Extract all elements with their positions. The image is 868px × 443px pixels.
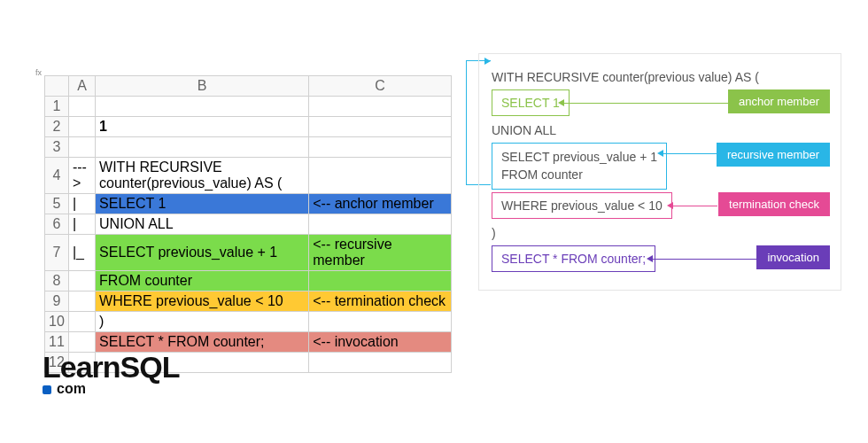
row-header: 5 (45, 194, 69, 214)
cell-pipe: | (68, 194, 95, 214)
invocation-label: invocation (756, 245, 830, 269)
cell-pipe: |_ (68, 235, 95, 271)
arrow-icon (657, 150, 663, 157)
table-row: 10 ) (45, 312, 452, 332)
recursive-label: recursive member (717, 143, 830, 167)
arrow-line (673, 206, 717, 206)
cell (68, 97, 95, 117)
cell-sql: WITH RECURSIVE counter(previous_value) A… (96, 158, 309, 194)
cell (68, 137, 95, 158)
col-header-b: B (96, 76, 309, 97)
cell-arrow: ---> (68, 158, 95, 194)
cell-note: <-- invocation (309, 332, 452, 353)
table-row: 2 1 (45, 117, 452, 137)
cell-note: <-- recursive member (309, 235, 452, 271)
cell (309, 137, 452, 158)
termination-box: WHERE previous_value < 10 (492, 192, 672, 219)
col-header-a: A (68, 76, 95, 97)
row-header: 3 (45, 137, 69, 158)
cell-sql-from: FROM counter (96, 271, 309, 291)
cell-note: <-- termination check (309, 291, 452, 312)
cell (309, 97, 452, 117)
arrow-icon (647, 255, 653, 262)
table-row: 1 (45, 97, 452, 117)
invocation-box: SELECT * FROM counter; (492, 245, 655, 272)
table-row: 7 |_ SELECT previous_value + 1 <-- recur… (45, 235, 452, 271)
cell-sql-anchor: SELECT 1 (96, 194, 309, 214)
cell (68, 312, 95, 332)
cell-value-one: 1 (96, 117, 309, 137)
cell-sql-union: UNION ALL (96, 214, 309, 235)
learnsql-logo: LearnSQL com (43, 350, 179, 397)
cell (309, 353, 452, 373)
row-header: 8 (45, 271, 69, 291)
close-paren-line: ) (492, 226, 828, 240)
row-header: 1 (45, 97, 69, 117)
table-row: 5 | SELECT 1 <-- anchor member (45, 194, 452, 214)
row-header: 4 (45, 158, 69, 194)
cell (68, 271, 95, 291)
cell-sql-close: ) (96, 312, 309, 332)
table-row: 4 ---> WITH RECURSIVE counter(previous_v… (45, 158, 452, 194)
arrow-icon (558, 99, 564, 106)
table-row: 8 FROM counter (45, 271, 452, 291)
recursive-box-line1: SELECT previous_value + 1 (501, 150, 657, 164)
recursive-box: SELECT previous_value + 1 FROM counter (492, 143, 667, 190)
termination-label: termination check (718, 192, 830, 216)
arrow-line (653, 259, 757, 260)
table-row: 3 (45, 137, 452, 158)
row-header: 7 (45, 235, 69, 271)
cell-pipe: | (68, 214, 95, 235)
arrow-line (663, 153, 717, 154)
cell (68, 291, 95, 312)
logo-sub-label: com (57, 381, 86, 396)
row-header: 2 (45, 117, 69, 137)
table-row: 9 WHERE previous_value < 10 <-- terminat… (45, 291, 452, 312)
recursive-box-line2: FROM counter (501, 167, 583, 182)
logo-main-text: LearnSQL (43, 350, 179, 385)
spreadsheet-view: fx A B C 1 2 1 3 4 ---> WITH (44, 75, 452, 373)
anchor-label: anchor member (728, 89, 830, 113)
sql-diagram: WITH RECURSIVE counter(previous value) A… (478, 53, 841, 291)
cell (96, 137, 309, 158)
cell-note: <-- anchor member (309, 194, 452, 214)
cell (309, 312, 452, 332)
row-header: 10 (45, 312, 69, 332)
arrow-icon (667, 202, 673, 209)
with-recursive-line: WITH RECURSIVE counter(previous value) A… (492, 70, 828, 84)
cell (309, 158, 452, 194)
cell (309, 117, 452, 137)
logo-dot-icon (43, 385, 51, 394)
corner-cell (45, 76, 69, 97)
union-all-line: UNION ALL (492, 123, 828, 137)
spreadsheet-grid: A B C 1 2 1 3 4 ---> WITH RECURSIVE coun… (44, 75, 452, 373)
cell (96, 97, 309, 117)
cell (309, 214, 452, 235)
row-header: 6 (45, 214, 69, 235)
table-row: 6 | UNION ALL (45, 214, 452, 235)
arrow-line (564, 103, 731, 104)
formula-bar-label: fx (35, 68, 42, 77)
col-header-c: C (309, 76, 452, 97)
cell (68, 117, 95, 137)
cell-sql-where: WHERE previous_value < 10 (96, 291, 309, 312)
cell (309, 271, 452, 291)
row-header: 9 (45, 291, 69, 312)
cell-sql-recursive: SELECT previous_value + 1 (96, 235, 309, 271)
